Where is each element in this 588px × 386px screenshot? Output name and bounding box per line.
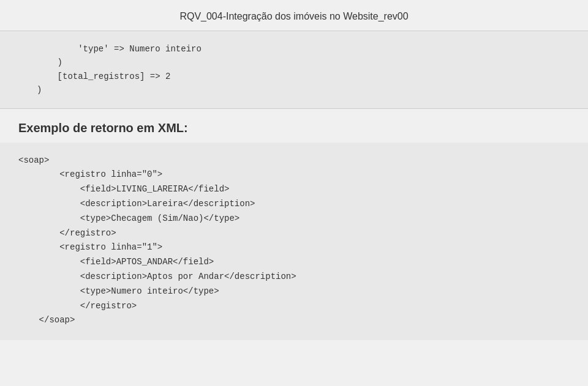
code-block-top: 'type' => Numero inteiro ) [total_regist…	[0, 31, 588, 108]
page-title: RQV_004-Integração dos imóveis no Websit…	[0, 11, 588, 22]
xml-code-text: <soap> <registro linha="0"> <field>LIVIN…	[18, 154, 551, 328]
page-wrapper: RQV_004-Integração dos imóveis no Websit…	[0, 0, 588, 386]
header-area: RQV_004-Integração dos imóveis no Websit…	[0, 0, 588, 28]
code-snippet-text: 'type' => Numero inteiro ) [total_regist…	[37, 42, 551, 97]
section-heading: Exemplo de retorno em XML:	[0, 109, 588, 143]
xml-code-block: <soap> <registro linha="0"> <field>LIVIN…	[0, 143, 588, 341]
